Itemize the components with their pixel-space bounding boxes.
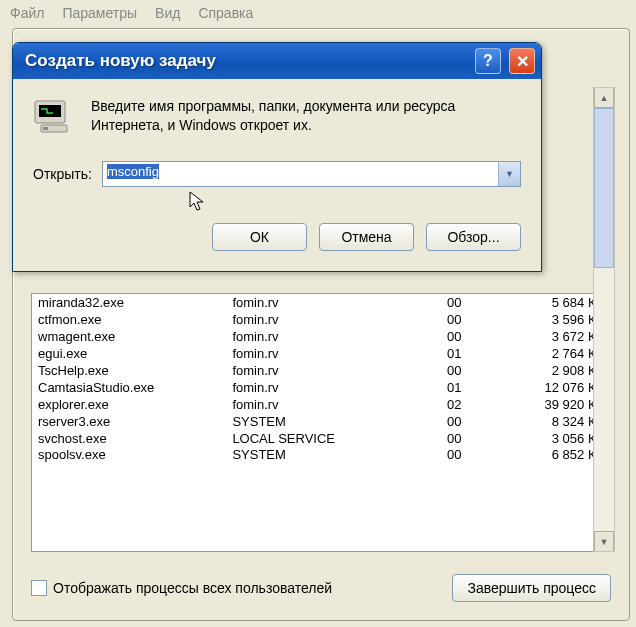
process-cpu: 00 [395, 362, 468, 379]
ok-button[interactable]: ОК [212, 223, 307, 251]
scroll-thumb[interactable] [594, 108, 614, 268]
table-row[interactable]: wmagent.exefomin.rv003 672 КБ [32, 328, 610, 345]
process-memory: 8 324 КБ [467, 413, 610, 430]
process-cpu: 00 [395, 447, 468, 463]
bottom-bar: Отображать процессы всех пользователей З… [31, 574, 611, 602]
open-combobox[interactable]: msconfig ▼ [102, 161, 521, 187]
process-memory: 3 672 КБ [467, 328, 610, 345]
process-user: SYSTEM [226, 447, 394, 463]
menu-help[interactable]: Справка [198, 5, 253, 21]
svg-rect-1 [39, 105, 61, 117]
process-memory: 6 852 КБ [467, 447, 610, 463]
open-label: Открыть: [33, 166, 92, 182]
menu-file[interactable]: Файл [10, 5, 44, 21]
scroll-up-button[interactable]: ▲ [594, 88, 614, 108]
process-memory: 3 056 КБ [467, 430, 610, 447]
process-cpu: 01 [395, 379, 468, 396]
open-input[interactable]: msconfig [103, 162, 498, 186]
dropdown-button[interactable]: ▼ [498, 162, 520, 186]
table-row[interactable]: spoolsv.exeSYSTEM006 852 КБ [32, 447, 610, 463]
table-row[interactable]: svchost.exeLOCAL SERVICE003 056 КБ [32, 430, 610, 447]
process-cpu: 01 [395, 345, 468, 362]
show-all-users-label: Отображать процессы всех пользователей [53, 580, 332, 596]
process-cpu: 00 [395, 311, 468, 328]
process-user: LOCAL SERVICE [226, 430, 394, 447]
process-name: explorer.exe [32, 396, 226, 413]
process-memory: 39 920 КБ [467, 396, 610, 413]
process-cpu: 00 [395, 294, 468, 311]
process-list[interactable]: miranda32.exefomin.rv005 684 КБctfmon.ex… [31, 293, 611, 552]
process-user: fomin.rv [226, 379, 394, 396]
process-cpu: 00 [395, 413, 468, 430]
process-name: rserver3.exe [32, 413, 226, 430]
table-row[interactable]: egui.exefomin.rv012 764 КБ [32, 345, 610, 362]
checkbox-icon[interactable] [31, 580, 47, 596]
process-name: wmagent.exe [32, 328, 226, 345]
mouse-cursor-icon [189, 191, 207, 218]
table-row[interactable]: rserver3.exeSYSTEM008 324 КБ [32, 413, 610, 430]
browse-button[interactable]: Обзор... [426, 223, 521, 251]
process-memory: 5 684 КБ [467, 294, 610, 311]
svg-rect-3 [43, 127, 48, 130]
table-row[interactable]: ctfmon.exefomin.rv003 596 КБ [32, 311, 610, 328]
process-user: fomin.rv [226, 362, 394, 379]
process-memory: 2 908 КБ [467, 362, 610, 379]
vertical-scrollbar[interactable]: ▲ ▼ [593, 87, 615, 552]
end-process-button[interactable]: Завершить процесс [452, 574, 611, 602]
process-user: SYSTEM [226, 413, 394, 430]
process-cpu: 02 [395, 396, 468, 413]
run-dialog-title: Создать новую задачу [25, 51, 467, 71]
process-user: fomin.rv [226, 396, 394, 413]
process-memory: 3 596 КБ [467, 311, 610, 328]
close-button[interactable]: ✕ [509, 48, 535, 74]
run-program-icon [33, 97, 75, 139]
menu-options[interactable]: Параметры [62, 5, 137, 21]
table-row[interactable]: miranda32.exefomin.rv005 684 КБ [32, 294, 610, 311]
process-memory: 12 076 КБ [467, 379, 610, 396]
menu-view[interactable]: Вид [155, 5, 180, 21]
process-name: miranda32.exe [32, 294, 226, 311]
process-user: fomin.rv [226, 311, 394, 328]
process-user: fomin.rv [226, 294, 394, 311]
table-row[interactable]: CamtasiaStudio.exefomin.rv0112 076 КБ [32, 379, 610, 396]
run-dialog-titlebar[interactable]: Создать новую задачу ? ✕ [13, 43, 541, 79]
run-dialog-instruction: Введите имя программы, папки, документа … [91, 97, 521, 135]
process-name: spoolsv.exe [32, 447, 226, 463]
menubar: Файл Параметры Вид Справка [0, 0, 636, 27]
cancel-button[interactable]: Отмена [319, 223, 414, 251]
process-user: fomin.rv [226, 345, 394, 362]
process-name: egui.exe [32, 345, 226, 362]
run-dialog: Создать новую задачу ? ✕ Введите имя про… [12, 42, 542, 272]
process-cpu: 00 [395, 328, 468, 345]
scroll-down-button[interactable]: ▼ [594, 531, 614, 551]
table-row[interactable]: explorer.exefomin.rv0239 920 КБ [32, 396, 610, 413]
process-name: svchost.exe [32, 430, 226, 447]
process-name: TscHelp.exe [32, 362, 226, 379]
chevron-down-icon: ▼ [505, 169, 514, 179]
process-name: ctfmon.exe [32, 311, 226, 328]
process-user: fomin.rv [226, 328, 394, 345]
process-memory: 2 764 КБ [467, 345, 610, 362]
process-name: CamtasiaStudio.exe [32, 379, 226, 396]
show-all-users-checkbox[interactable]: Отображать процессы всех пользователей [31, 580, 332, 596]
process-cpu: 00 [395, 430, 468, 447]
help-button[interactable]: ? [475, 48, 501, 74]
table-row[interactable]: TscHelp.exefomin.rv002 908 КБ [32, 362, 610, 379]
